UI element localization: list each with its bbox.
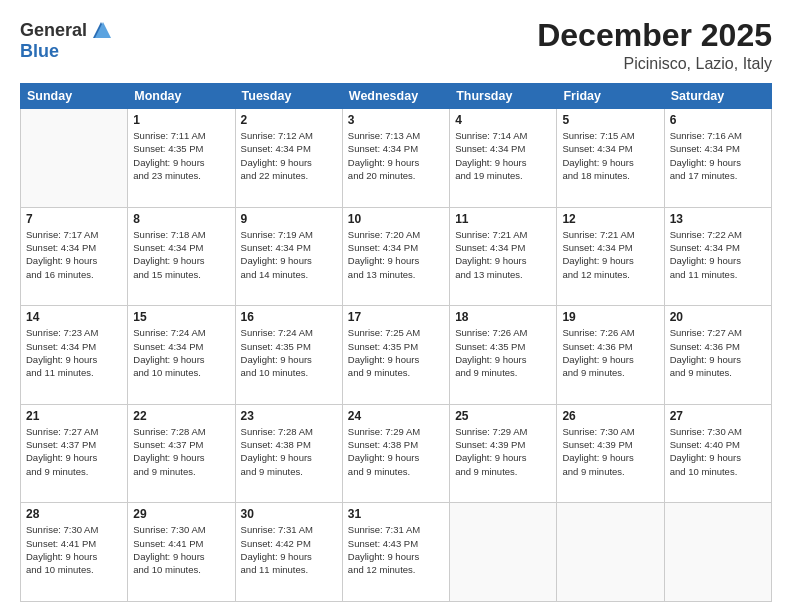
day-number: 13 bbox=[670, 212, 766, 226]
month-title: December 2025 bbox=[537, 18, 772, 53]
day-number: 25 bbox=[455, 409, 551, 423]
calendar-week-row: 21Sunrise: 7:27 AMSunset: 4:37 PMDayligh… bbox=[21, 404, 772, 503]
table-row: 8Sunrise: 7:18 AMSunset: 4:34 PMDaylight… bbox=[128, 207, 235, 306]
day-number: 28 bbox=[26, 507, 122, 521]
logo-general-text: General bbox=[20, 21, 87, 39]
day-number: 26 bbox=[562, 409, 658, 423]
table-row: 10Sunrise: 7:20 AMSunset: 4:34 PMDayligh… bbox=[342, 207, 449, 306]
day-info: Sunrise: 7:18 AMSunset: 4:34 PMDaylight:… bbox=[133, 228, 229, 281]
day-number: 12 bbox=[562, 212, 658, 226]
calendar-week-row: 28Sunrise: 7:30 AMSunset: 4:41 PMDayligh… bbox=[21, 503, 772, 602]
col-saturday: Saturday bbox=[664, 84, 771, 109]
logo: General Blue bbox=[20, 18, 113, 60]
day-number: 2 bbox=[241, 113, 337, 127]
day-number: 9 bbox=[241, 212, 337, 226]
col-monday: Monday bbox=[128, 84, 235, 109]
day-info: Sunrise: 7:28 AMSunset: 4:37 PMDaylight:… bbox=[133, 425, 229, 478]
table-row: 20Sunrise: 7:27 AMSunset: 4:36 PMDayligh… bbox=[664, 306, 771, 405]
day-number: 6 bbox=[670, 113, 766, 127]
table-row bbox=[664, 503, 771, 602]
table-row bbox=[557, 503, 664, 602]
day-number: 10 bbox=[348, 212, 444, 226]
day-info: Sunrise: 7:27 AMSunset: 4:36 PMDaylight:… bbox=[670, 326, 766, 379]
day-info: Sunrise: 7:30 AMSunset: 4:40 PMDaylight:… bbox=[670, 425, 766, 478]
table-row: 28Sunrise: 7:30 AMSunset: 4:41 PMDayligh… bbox=[21, 503, 128, 602]
table-row: 7Sunrise: 7:17 AMSunset: 4:34 PMDaylight… bbox=[21, 207, 128, 306]
day-info: Sunrise: 7:28 AMSunset: 4:38 PMDaylight:… bbox=[241, 425, 337, 478]
col-tuesday: Tuesday bbox=[235, 84, 342, 109]
col-sunday: Sunday bbox=[21, 84, 128, 109]
day-number: 16 bbox=[241, 310, 337, 324]
day-info: Sunrise: 7:20 AMSunset: 4:34 PMDaylight:… bbox=[348, 228, 444, 281]
day-info: Sunrise: 7:26 AMSunset: 4:36 PMDaylight:… bbox=[562, 326, 658, 379]
table-row: 16Sunrise: 7:24 AMSunset: 4:35 PMDayligh… bbox=[235, 306, 342, 405]
table-row: 26Sunrise: 7:30 AMSunset: 4:39 PMDayligh… bbox=[557, 404, 664, 503]
day-number: 22 bbox=[133, 409, 229, 423]
table-row: 15Sunrise: 7:24 AMSunset: 4:34 PMDayligh… bbox=[128, 306, 235, 405]
page: General Blue December 2025 Picinisco, La… bbox=[0, 0, 792, 612]
table-row: 24Sunrise: 7:29 AMSunset: 4:38 PMDayligh… bbox=[342, 404, 449, 503]
col-wednesday: Wednesday bbox=[342, 84, 449, 109]
day-info: Sunrise: 7:24 AMSunset: 4:35 PMDaylight:… bbox=[241, 326, 337, 379]
table-row: 5Sunrise: 7:15 AMSunset: 4:34 PMDaylight… bbox=[557, 109, 664, 208]
day-number: 18 bbox=[455, 310, 551, 324]
day-number: 14 bbox=[26, 310, 122, 324]
table-row: 31Sunrise: 7:31 AMSunset: 4:43 PMDayligh… bbox=[342, 503, 449, 602]
table-row: 11Sunrise: 7:21 AMSunset: 4:34 PMDayligh… bbox=[450, 207, 557, 306]
day-number: 4 bbox=[455, 113, 551, 127]
table-row: 4Sunrise: 7:14 AMSunset: 4:34 PMDaylight… bbox=[450, 109, 557, 208]
day-number: 1 bbox=[133, 113, 229, 127]
day-info: Sunrise: 7:13 AMSunset: 4:34 PMDaylight:… bbox=[348, 129, 444, 182]
day-info: Sunrise: 7:12 AMSunset: 4:34 PMDaylight:… bbox=[241, 129, 337, 182]
day-info: Sunrise: 7:30 AMSunset: 4:41 PMDaylight:… bbox=[133, 523, 229, 576]
logo-icon bbox=[89, 18, 113, 42]
title-block: December 2025 Picinisco, Lazio, Italy bbox=[537, 18, 772, 73]
day-info: Sunrise: 7:14 AMSunset: 4:34 PMDaylight:… bbox=[455, 129, 551, 182]
day-info: Sunrise: 7:31 AMSunset: 4:43 PMDaylight:… bbox=[348, 523, 444, 576]
location-title: Picinisco, Lazio, Italy bbox=[537, 55, 772, 73]
table-row: 3Sunrise: 7:13 AMSunset: 4:34 PMDaylight… bbox=[342, 109, 449, 208]
day-number: 24 bbox=[348, 409, 444, 423]
day-info: Sunrise: 7:21 AMSunset: 4:34 PMDaylight:… bbox=[562, 228, 658, 281]
table-row: 6Sunrise: 7:16 AMSunset: 4:34 PMDaylight… bbox=[664, 109, 771, 208]
day-number: 21 bbox=[26, 409, 122, 423]
day-number: 3 bbox=[348, 113, 444, 127]
col-thursday: Thursday bbox=[450, 84, 557, 109]
calendar-header-row: Sunday Monday Tuesday Wednesday Thursday… bbox=[21, 84, 772, 109]
calendar-week-row: 14Sunrise: 7:23 AMSunset: 4:34 PMDayligh… bbox=[21, 306, 772, 405]
logo-blue-text: Blue bbox=[20, 42, 59, 60]
col-friday: Friday bbox=[557, 84, 664, 109]
table-row: 2Sunrise: 7:12 AMSunset: 4:34 PMDaylight… bbox=[235, 109, 342, 208]
day-number: 15 bbox=[133, 310, 229, 324]
table-row: 25Sunrise: 7:29 AMSunset: 4:39 PMDayligh… bbox=[450, 404, 557, 503]
day-info: Sunrise: 7:29 AMSunset: 4:39 PMDaylight:… bbox=[455, 425, 551, 478]
table-row: 14Sunrise: 7:23 AMSunset: 4:34 PMDayligh… bbox=[21, 306, 128, 405]
calendar-week-row: 1Sunrise: 7:11 AMSunset: 4:35 PMDaylight… bbox=[21, 109, 772, 208]
day-number: 8 bbox=[133, 212, 229, 226]
table-row: 22Sunrise: 7:28 AMSunset: 4:37 PMDayligh… bbox=[128, 404, 235, 503]
table-row: 27Sunrise: 7:30 AMSunset: 4:40 PMDayligh… bbox=[664, 404, 771, 503]
day-info: Sunrise: 7:21 AMSunset: 4:34 PMDaylight:… bbox=[455, 228, 551, 281]
table-row: 1Sunrise: 7:11 AMSunset: 4:35 PMDaylight… bbox=[128, 109, 235, 208]
table-row: 30Sunrise: 7:31 AMSunset: 4:42 PMDayligh… bbox=[235, 503, 342, 602]
calendar-week-row: 7Sunrise: 7:17 AMSunset: 4:34 PMDaylight… bbox=[21, 207, 772, 306]
day-number: 29 bbox=[133, 507, 229, 521]
day-info: Sunrise: 7:27 AMSunset: 4:37 PMDaylight:… bbox=[26, 425, 122, 478]
day-number: 23 bbox=[241, 409, 337, 423]
table-row: 29Sunrise: 7:30 AMSunset: 4:41 PMDayligh… bbox=[128, 503, 235, 602]
table-row: 9Sunrise: 7:19 AMSunset: 4:34 PMDaylight… bbox=[235, 207, 342, 306]
day-info: Sunrise: 7:22 AMSunset: 4:34 PMDaylight:… bbox=[670, 228, 766, 281]
day-info: Sunrise: 7:15 AMSunset: 4:34 PMDaylight:… bbox=[562, 129, 658, 182]
table-row: 18Sunrise: 7:26 AMSunset: 4:35 PMDayligh… bbox=[450, 306, 557, 405]
table-row: 19Sunrise: 7:26 AMSunset: 4:36 PMDayligh… bbox=[557, 306, 664, 405]
table-row: 21Sunrise: 7:27 AMSunset: 4:37 PMDayligh… bbox=[21, 404, 128, 503]
day-info: Sunrise: 7:31 AMSunset: 4:42 PMDaylight:… bbox=[241, 523, 337, 576]
day-number: 19 bbox=[562, 310, 658, 324]
day-info: Sunrise: 7:23 AMSunset: 4:34 PMDaylight:… bbox=[26, 326, 122, 379]
table-row: 23Sunrise: 7:28 AMSunset: 4:38 PMDayligh… bbox=[235, 404, 342, 503]
day-info: Sunrise: 7:26 AMSunset: 4:35 PMDaylight:… bbox=[455, 326, 551, 379]
day-info: Sunrise: 7:16 AMSunset: 4:34 PMDaylight:… bbox=[670, 129, 766, 182]
day-info: Sunrise: 7:24 AMSunset: 4:34 PMDaylight:… bbox=[133, 326, 229, 379]
day-info: Sunrise: 7:19 AMSunset: 4:34 PMDaylight:… bbox=[241, 228, 337, 281]
table-row bbox=[21, 109, 128, 208]
